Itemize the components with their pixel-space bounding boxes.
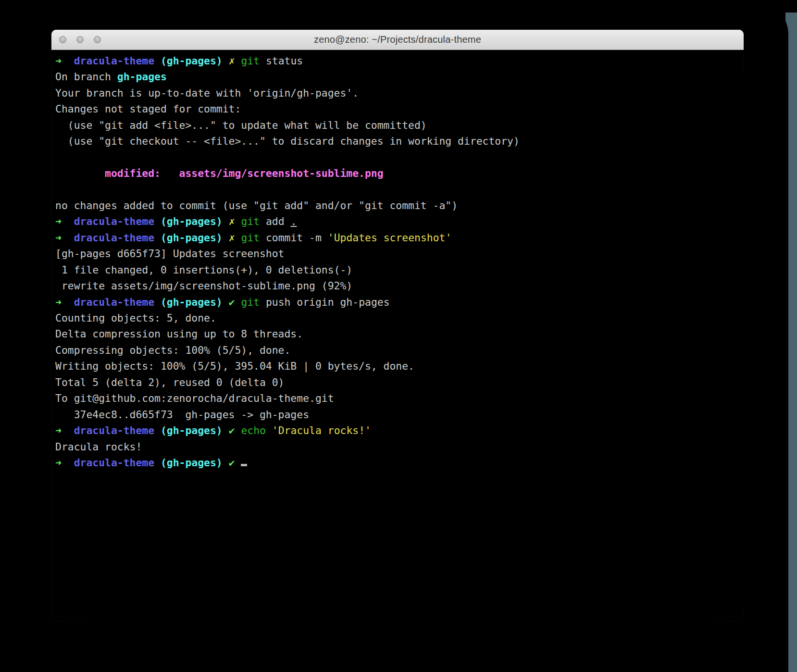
close-button[interactable] <box>59 36 66 43</box>
terminal-line: Dracula rocks! <box>55 439 744 455</box>
terminal-line: ➜ dracula-theme (gh-pages) ✔ git push or… <box>55 294 744 310</box>
titlebar[interactable]: zeno@zeno: ~/Projects/dracula-theme <box>51 30 744 50</box>
terminal-line: ➜ dracula-theme (gh-pages) ✗ git add . <box>55 213 744 229</box>
terminal-window: zeno@zeno: ~/Projects/dracula-theme ➜ dr… <box>51 30 744 621</box>
terminal-line: 1 file changed, 0 insertions(+), 0 delet… <box>55 262 744 278</box>
terminal-line: ➜ dracula-theme (gh-pages) ✗ git status <box>55 53 744 69</box>
terminal-body[interactable]: ➜ dracula-theme (gh-pages) ✗ git statusO… <box>51 50 744 621</box>
terminal-line: ➜ dracula-theme (gh-pages) ✔ _ <box>55 455 744 471</box>
window-title: zeno@zeno: ~/Projects/dracula-theme <box>51 34 744 45</box>
terminal-cursor: _ <box>241 464 247 466</box>
terminal-line: Your branch is up-to-date with 'origin/g… <box>55 85 744 101</box>
terminal-line: no changes added to commit (use "git add… <box>55 198 744 213</box>
terminal-line: ➜ dracula-theme (gh-pages) ✗ git commit … <box>55 230 744 246</box>
terminal-line: Writing objects: 100% (5/5), 395.04 KiB … <box>55 358 744 374</box>
terminal-line: ➜ dracula-theme (gh-pages) ✔ echo 'Dracu… <box>55 423 744 438</box>
terminal-line: 37e4ec8..d665f73 gh-pages -> gh-pages <box>55 407 744 423</box>
terminal-line: To git@github.com:zenorocha/dracula-them… <box>55 390 744 406</box>
terminal-line: (use "git add <file>..." to update what … <box>55 117 744 133</box>
traffic-lights <box>59 30 101 50</box>
terminal-line: modified: assets/img/screenshot-sublime.… <box>55 165 744 181</box>
terminal-line: Delta compression using up to 8 threads. <box>55 326 744 342</box>
terminal-line: rewrite assets/img/screenshot-sublime.pn… <box>55 278 744 294</box>
terminal-line <box>55 182 744 198</box>
minimize-button[interactable] <box>76 36 84 43</box>
terminal-line: Changes not staged for commit: <box>55 101 744 117</box>
terminal-line: (use "git checkout -- <file>..." to disc… <box>55 133 744 149</box>
terminal-line: Compressing objects: 100% (5/5), done. <box>55 342 744 358</box>
terminal-line: Counting objects: 5, done. <box>55 310 744 326</box>
terminal-line: [gh-pages d665f73] Updates screenshot <box>55 246 744 261</box>
terminal-line: On branch gh-pages <box>55 69 744 85</box>
terminal-line: Total 5 (delta 2), reused 0 (delta 0) <box>55 374 744 390</box>
terminal-line <box>55 149 744 165</box>
zoom-button[interactable] <box>94 36 101 43</box>
